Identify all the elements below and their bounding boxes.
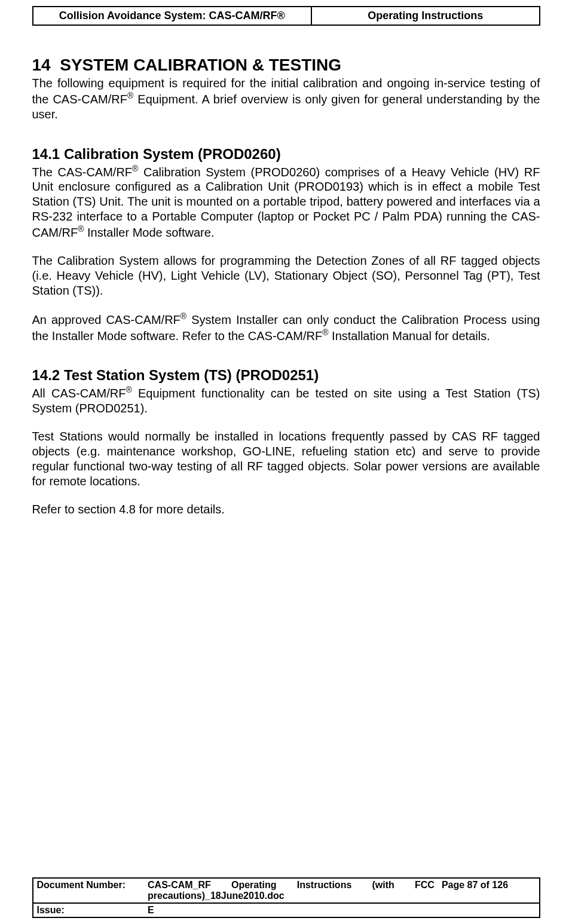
subsection-1-para-2: The Calibration System allows for progra… <box>32 253 540 298</box>
registered-symbol: ® <box>132 164 138 173</box>
section-title: SYSTEM CALIBRATION & TESTING <box>60 56 341 74</box>
subsection-2-para-3: Refer to section 4.8 for more details. <box>32 502 540 517</box>
section-intro: The following equipment is required for … <box>32 76 540 122</box>
section-number: 14 <box>32 56 51 74</box>
page-content: 14 SYSTEM CALIBRATION & TESTING The foll… <box>32 26 540 517</box>
registered-symbol: ® <box>322 328 328 337</box>
header-table: Collision Avoidance System: CAS-CAM/RF® … <box>32 6 540 26</box>
registered-symbol: ® <box>181 311 186 321</box>
subsection-1-heading: 14.1 Calibration System (PROD0260) <box>32 146 540 163</box>
footer-doc-label: Document Number: <box>33 878 145 903</box>
subsection-1-para-3: An approved CAS-CAM/RF® System Installer… <box>32 311 540 343</box>
subsection-1-para-1: The CAS-CAM/RF® Calibration System (PROD… <box>32 164 540 240</box>
subsection-2-heading: 14.2 Test Station System (TS) (PROD0251) <box>32 367 540 384</box>
header-title-right: Operating Instructions <box>311 7 540 25</box>
footer-issue-label: Issue: <box>33 903 145 917</box>
footer-doc-value: CAS-CAM_RF Operating Instructions (with … <box>144 878 438 903</box>
registered-symbol: ® <box>78 224 84 234</box>
footer-page-number: Page 87 of 126 <box>438 878 540 903</box>
subsection-2-para-1: All CAS-CAM/RF® Equipment functionality … <box>32 385 540 416</box>
footer-issue-value: E <box>144 903 539 917</box>
section-heading: 14 SYSTEM CALIBRATION & TESTING <box>32 56 540 75</box>
header-title-left: Collision Avoidance System: CAS-CAM/RF® <box>33 7 311 25</box>
subsection-2-para-2: Test Stations would normally be installe… <box>32 429 540 489</box>
registered-symbol: ® <box>126 385 131 394</box>
registered-symbol: ® <box>127 91 133 100</box>
footer-table: Document Number: CAS-CAM_RF Operating In… <box>32 877 540 918</box>
